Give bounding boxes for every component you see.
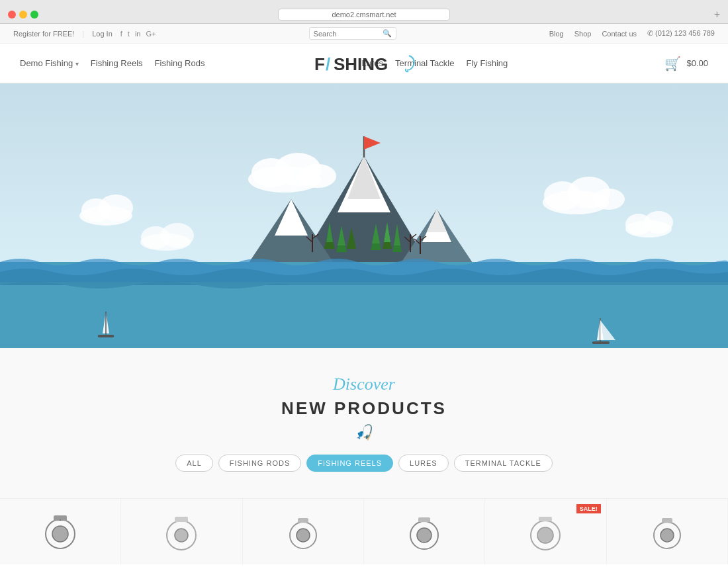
svg-rect-57 <box>98 335 114 337</box>
top-bar-left: Register for FREE! | Log In f t in G+ <box>13 30 156 38</box>
sale-badge: SALE! <box>576 504 601 513</box>
svg-point-88 <box>537 527 553 543</box>
blog-link[interactable]: Blog <box>549 30 564 38</box>
filter-lures[interactable]: LURES <box>398 455 449 472</box>
svg-rect-86 <box>418 517 430 522</box>
svg-text:F: F <box>314 54 325 74</box>
site-logo[interactable]: F / SHING <box>311 50 417 77</box>
nav-links: Demo Fishing ▾ Fishing Reels Fishing Rod… <box>20 58 205 68</box>
filter-terminal-tackle[interactable]: TERMINAL TACKLE <box>454 455 553 472</box>
product-item-3[interactable] <box>243 499 364 564</box>
svg-point-20 <box>161 223 194 248</box>
svg-text:/: / <box>326 54 330 74</box>
nav-fly-fishing[interactable]: Fly Fishing <box>466 58 508 68</box>
minimize-dot[interactable] <box>19 11 27 19</box>
svg-point-10 <box>99 195 133 221</box>
phone-number: ✆ (012) 123 456 789 <box>647 29 715 38</box>
hero-section <box>0 83 728 348</box>
product-item-5[interactable]: SALE! <box>485 499 606 564</box>
filter-all[interactable]: ALL <box>175 455 213 472</box>
svg-rect-83 <box>298 518 308 523</box>
linkedin-icon[interactable]: in <box>135 30 141 38</box>
top-bar: Register for FREE! | Log In f t in G+ 🔍 … <box>0 24 728 44</box>
maximize-dot[interactable] <box>30 11 38 19</box>
new-tab-button[interactable]: + <box>714 9 720 21</box>
product-item-2[interactable] <box>121 499 242 564</box>
title-decoration: 🎣 <box>13 424 715 441</box>
svg-point-14 <box>593 189 625 210</box>
search-box[interactable]: 🔍 <box>309 27 396 40</box>
social-links: f t in G+ <box>120 30 156 38</box>
svg-point-79 <box>175 529 188 542</box>
svg-rect-92 <box>662 518 672 523</box>
svg-point-75 <box>52 526 68 542</box>
discover-script: Discover <box>13 374 715 394</box>
discover-section: Discover NEW PRODUCTS 🎣 ALL FISHING RODS… <box>0 348 728 498</box>
close-dot[interactable] <box>8 11 16 19</box>
nav-fishing-reels[interactable]: Fishing Reels <box>91 58 143 68</box>
top-bar-right: Blog Shop Contact us ✆ (012) 123 456 789 <box>549 29 715 38</box>
googleplus-icon[interactable]: G+ <box>146 30 156 38</box>
browser-dots <box>8 11 38 19</box>
cart-price[interactable]: $0.00 <box>686 58 708 68</box>
nav-right: 🛒 $0.00 <box>664 56 708 71</box>
svg-point-17 <box>644 211 673 234</box>
search-icon[interactable]: 🔍 <box>383 29 392 38</box>
shop-link[interactable]: Shop <box>574 30 592 38</box>
product-item-6[interactable] <box>607 499 728 564</box>
filter-fishing-rods[interactable]: FISHING RODS <box>218 455 301 472</box>
search-input[interactable] <box>314 30 380 38</box>
svg-rect-80 <box>175 517 188 522</box>
svg-point-82 <box>296 529 310 542</box>
main-nav: Demo Fishing ▾ Fishing Reels Fishing Rod… <box>0 44 728 83</box>
products-strip: SALE! <box>0 498 728 564</box>
twitter-icon[interactable]: t <box>128 30 130 38</box>
url-bar[interactable]: demo2.cmsmart.net <box>278 9 450 21</box>
filter-fishing-reels[interactable]: FISHING REELS <box>306 455 393 472</box>
product-item-1[interactable] <box>0 499 121 564</box>
register-link[interactable]: Register for FREE! <box>13 30 74 38</box>
svg-point-91 <box>660 529 674 542</box>
svg-point-7 <box>299 164 336 188</box>
svg-rect-89 <box>539 517 552 521</box>
cart-icon[interactable]: 🛒 <box>664 56 681 71</box>
filter-tabs: ALL FISHING RODS FISHING REELS LURES TER… <box>13 455 715 472</box>
svg-point-85 <box>417 528 432 543</box>
new-products-title: NEW PRODUCTS <box>13 398 715 419</box>
browser-chrome: demo2.cmsmart.net + <box>0 0 728 24</box>
svg-text:SHING: SHING <box>334 54 388 74</box>
nav-fishing-rods[interactable]: Fishing Rods <box>155 58 205 68</box>
login-link[interactable]: Log In <box>92 30 113 38</box>
facebook-icon[interactable]: f <box>120 30 122 38</box>
contact-link[interactable]: Contact us <box>602 30 637 38</box>
svg-rect-65 <box>592 341 610 344</box>
nav-demo-fishing[interactable]: Demo Fishing ▾ <box>20 58 79 68</box>
product-item-4[interactable] <box>364 499 485 564</box>
